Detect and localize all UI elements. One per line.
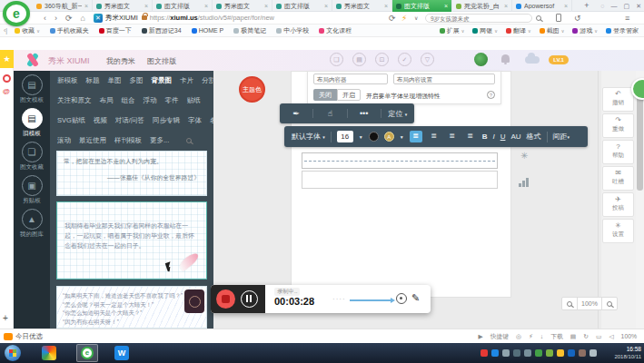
- tray-icon[interactable]: [535, 349, 542, 357]
- panel-menu-item[interactable]: 样刊模板: [114, 136, 142, 145]
- forward-icon[interactable]: ›: [54, 13, 57, 24]
- browser-logo[interactable]: e: [3, 1, 30, 26]
- tray-icon[interactable]: [568, 349, 575, 357]
- right-tool-button[interactable]: ↷ 重做: [602, 113, 634, 138]
- panel-menu-item[interactable]: 单图: [108, 76, 122, 85]
- font-select[interactable]: 默认字体 ▾: [292, 132, 325, 142]
- right-tool-button[interactable]: ↶ 撤销: [602, 87, 634, 112]
- panel-menu-item[interactable]: 贴纸: [187, 96, 201, 105]
- page-refresh-icon[interactable]: ⟳: [389, 13, 396, 24]
- search-input[interactable]: 9岁女孩源来虎: [425, 14, 532, 23]
- browser-tab[interactable]: 秀米图文 ×: [332, 0, 392, 12]
- browser-tool-item[interactable]: 截图 ∨: [540, 26, 565, 35]
- status-bar-item[interactable]: ◎: [516, 333, 521, 340]
- browser-tool-item[interactable]: 网银 ∨: [472, 26, 498, 35]
- text-block[interactable]: [302, 171, 498, 189]
- minimize-button[interactable]: —: [611, 3, 618, 9]
- page-scrollbar[interactable]: [636, 71, 644, 329]
- panel-menu-item[interactable]: 滚动: [57, 136, 71, 145]
- panel-menu-item[interactable]: 新模板: [57, 76, 78, 85]
- refresh-icon[interactable]: ⟳: [65, 13, 73, 24]
- pause-record-button[interactable]: [241, 290, 258, 308]
- panel-search-icon[interactable]: [186, 138, 192, 143]
- favorites-star-icon[interactable]: ★: [0, 50, 14, 68]
- tray-icon[interactable]: [524, 349, 531, 357]
- layout-field-1[interactable]: 布局内容器: [313, 74, 388, 84]
- align-right-button[interactable]: ≣: [446, 131, 459, 142]
- template-card[interactable]: 我期待着毕业那天我们穿着同样的衣服站在一起，一起玩耍，唱着属于我们的毕业歌，最后…: [56, 201, 207, 280]
- right-tool-button[interactable]: ✉ 吐槽: [602, 166, 634, 191]
- add-panel-button[interactable]: +: [3, 313, 8, 323]
- tray-icon[interactable]: [513, 349, 520, 357]
- status-bar-item[interactable]: ▤: [570, 333, 576, 340]
- status-bar-item[interactable]: 快捷键: [490, 332, 509, 341]
- spacing-button[interactable]: 间距▾: [553, 132, 570, 142]
- bookmark-item[interactable]: 新西游记34: [142, 26, 182, 35]
- selected-text-block[interactable]: [302, 152, 498, 169]
- dropdown-caret-icon[interactable]: ∨: [414, 13, 418, 24]
- collapse-icon[interactable]: ▽: [421, 53, 434, 66]
- status-bar-item[interactable]: ▶: [478, 333, 482, 340]
- status-bar-item[interactable]: ▭: [596, 333, 601, 340]
- hand-icon[interactable]: ☝: [313, 109, 347, 118]
- panel-menu-item[interactable]: 卡片: [180, 76, 193, 85]
- snowflake-icon[interactable]: ✳: [520, 151, 528, 161]
- layout-field-2[interactable]: 布局内容设置: [393, 74, 495, 84]
- right-tool-button[interactable]: ✈ 投稿: [602, 192, 634, 217]
- zoom-out-button[interactable]: [561, 297, 578, 310]
- tab-close-icon[interactable]: ×: [84, 3, 88, 9]
- bookmark-item[interactable]: 文化课程: [319, 26, 352, 35]
- bookmark-item[interactable]: HOME P: [192, 27, 224, 34]
- template-card[interactable]: “如果明天下雨，难道连老天也不喜欢我了吗？”“怎么会呢？明天一定是个大晴天！”“…: [56, 286, 207, 329]
- text-color-swatch[interactable]: [369, 132, 379, 142]
- weibo-icon[interactable]: [3, 74, 11, 83]
- browser-tool-item[interactable]: 扩展 ∨: [440, 26, 465, 35]
- xiumi-logo-icon[interactable]: [24, 53, 42, 67]
- tab-close-icon[interactable]: ×: [144, 3, 148, 9]
- panel-menu-item[interactable]: 分割线: [202, 76, 213, 85]
- nav-my-xiumi[interactable]: 我的秀米: [106, 56, 135, 66]
- home-icon[interactable]: ⌂: [81, 13, 85, 24]
- new-tab-button[interactable]: +: [581, 1, 592, 11]
- highlight-color-swatch[interactable]: A: [384, 132, 394, 142]
- tab-close-icon[interactable]: ×: [204, 3, 208, 9]
- today-pick-label[interactable]: 今日优选: [15, 332, 43, 341]
- align-justify-button[interactable]: ≣: [464, 131, 477, 142]
- browser-tab[interactable]: 死党装扮_白 ×: [452, 0, 512, 12]
- address-url[interactable]: https://xiumi.us/studio/v5#/paper/for/ne…: [150, 14, 274, 22]
- save-icon[interactable]: ⊡: [375, 53, 389, 66]
- on-button[interactable]: 开启: [337, 89, 361, 101]
- right-tool-button[interactable]: ✳ 设置: [602, 219, 634, 243]
- panel-menu-item[interactable]: 更多...: [150, 136, 169, 145]
- tab-close-icon[interactable]: ×: [324, 3, 328, 9]
- chart-icon[interactable]: [519, 178, 531, 187]
- avatar[interactable]: [474, 53, 488, 66]
- tray-icon[interactable]: [590, 349, 597, 357]
- browser-tab[interactable]: 图文排版 ×: [392, 0, 452, 12]
- browser-tab[interactable]: 图文排版 ×: [272, 0, 332, 12]
- panel-menu-item[interactable]: 对话/问答: [115, 116, 144, 125]
- panel-menu-item[interactable]: 同步专辑: [153, 116, 180, 125]
- right-tool-button[interactable]: ? 帮助: [602, 140, 634, 164]
- undo-history-icon[interactable]: ↺: [574, 13, 581, 24]
- more-icon[interactable]: •••: [348, 109, 381, 118]
- format-button[interactable]: 格式: [527, 132, 541, 142]
- status-bar-item[interactable]: ◁: [609, 333, 613, 340]
- sidebar-item[interactable]: ❏ 图文收藏: [14, 142, 50, 172]
- search-icon[interactable]: [536, 15, 541, 21]
- color-caret-icon[interactable]: ▼: [400, 134, 404, 140]
- panel-menu-item[interactable]: 标题: [86, 76, 100, 85]
- mobile-icon[interactable]: [556, 14, 561, 22]
- align-left-button[interactable]: ≣: [410, 131, 422, 142]
- at-icon[interactable]: @: [3, 87, 10, 95]
- tab-close-icon[interactable]: ×: [564, 3, 568, 9]
- stop-record-button[interactable]: [216, 289, 235, 309]
- bookmark-item[interactable]: 百度一下: [99, 26, 132, 35]
- bookmark-item[interactable]: 中小学校: [276, 26, 309, 35]
- locate-button[interactable]: 定位 ▾: [381, 109, 414, 119]
- browser-tab[interactable]: 秀米图文 ×: [213, 0, 272, 12]
- browser-tab[interactable]: Apowersof ×: [512, 0, 572, 12]
- tray-icon[interactable]: [546, 349, 553, 357]
- browser-tab[interactable]: 图文排版 ×: [153, 0, 213, 12]
- panel-menu-item[interactable]: 背景图: [152, 76, 173, 85]
